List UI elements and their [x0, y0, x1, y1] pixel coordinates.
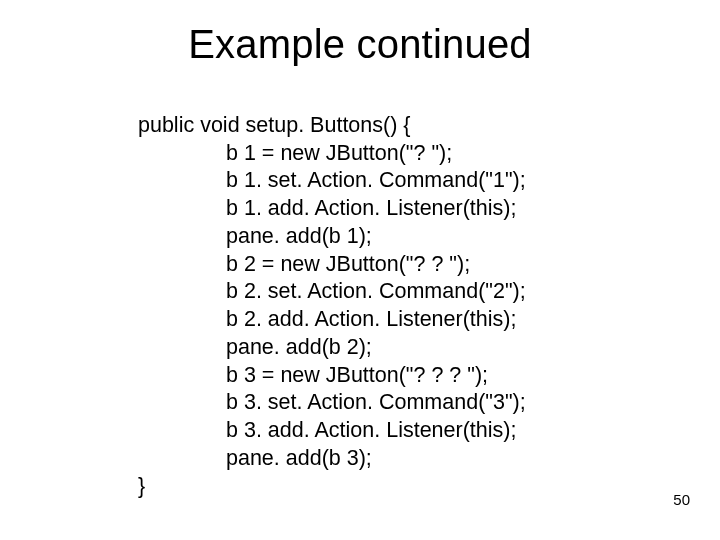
code-line: b 3. add. Action. Listener(this); — [226, 417, 608, 445]
code-line: pane. add(b 3); — [226, 445, 608, 473]
slide: Example continued public void setup. But… — [0, 0, 720, 540]
code-line: b 3 = new JButton("? ? ? "); — [226, 362, 608, 390]
code-line: pane. add(b 2); — [226, 334, 608, 362]
code-line: pane. add(b 1); — [226, 223, 608, 251]
code-line: b 3. set. Action. Command("3"); — [226, 389, 608, 417]
code-line: b 2. set. Action. Command("2"); — [226, 278, 608, 306]
code-signature: public void setup. Buttons() { — [138, 112, 608, 140]
code-block: public void setup. Buttons() { b 1 = new… — [138, 112, 608, 500]
slide-title: Example continued — [0, 22, 720, 67]
code-line: b 2. add. Action. Listener(this); — [226, 306, 608, 334]
code-indent: b 1 = new JButton("? "); b 1. set. Actio… — [138, 140, 608, 473]
code-line: b 2 = new JButton("? ? "); — [226, 251, 608, 279]
code-line: b 1. set. Action. Command("1"); — [226, 167, 608, 195]
page-number: 50 — [673, 491, 690, 508]
code-close-brace: } — [138, 473, 608, 501]
code-line: b 1 = new JButton("? "); — [226, 140, 608, 168]
code-line: b 1. add. Action. Listener(this); — [226, 195, 608, 223]
